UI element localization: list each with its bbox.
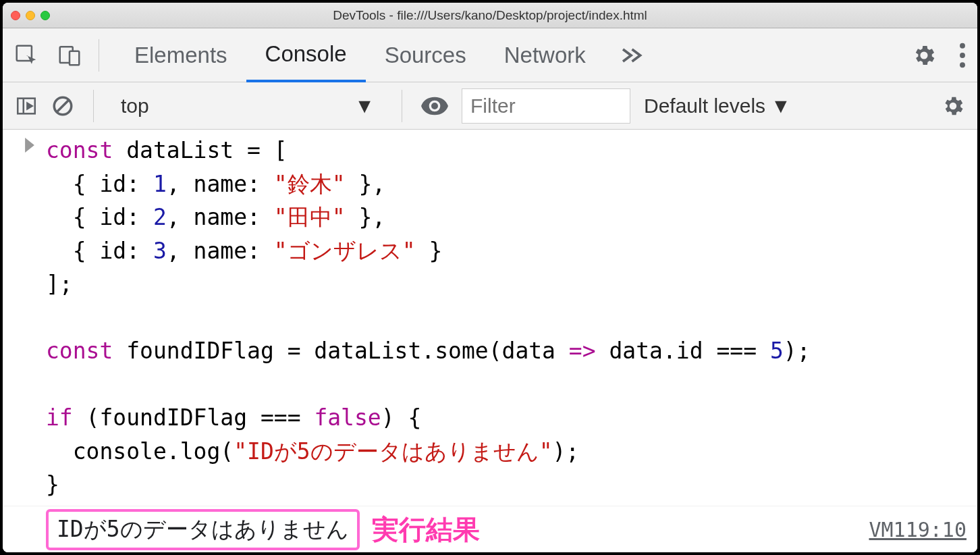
context-value: top [121,95,149,117]
inspect-element-icon[interactable] [13,43,39,68]
live-expression-icon[interactable] [421,97,448,115]
output-highlight-box: IDが5のデータはありません [46,509,360,550]
titlebar: DevTools - file:///Users/kano/Desktop/pr… [3,3,977,28]
svg-point-5 [960,62,965,68]
input-chevron-icon [13,134,46,153]
svg-rect-2 [70,51,79,65]
tab-sources[interactable]: Sources [366,28,485,82]
log-levels-selector[interactable]: Default levels ▼ [644,95,791,117]
device-toggle-icon[interactable] [57,43,82,68]
svg-point-3 [960,43,965,48]
window-title: DevTools - file:///Users/kano/Desktop/pr… [333,8,647,23]
settings-icon[interactable] [911,43,937,68]
maximize-window-button[interactable] [40,11,50,20]
separator [93,90,94,122]
code-content[interactable]: const dataList = [ { id: 1, name: "鈴木" }… [46,134,967,502]
tab-network[interactable]: Network [485,28,605,82]
more-tabs-icon[interactable] [618,47,644,63]
output-annotation: 実行結果 [372,511,480,548]
dropdown-icon: ▼ [354,95,375,117]
tab-console[interactable]: Console [246,28,366,82]
svg-point-4 [960,53,965,58]
separator [99,39,99,72]
console-body: const dataList = [ { id: 1, name: "鈴木" }… [3,130,977,552]
separator [402,90,402,122]
traffic-lights [11,11,50,20]
levels-label: Default levels [644,95,765,117]
tab-elements[interactable]: Elements [115,28,246,82]
console-log-output: IDが5のデータはありません 実行結果 VM119:10 [3,506,977,553]
console-input-block: const dataList = [ { id: 1, name: "鈴木" }… [3,130,977,506]
tabbar: Elements Console Sources Network [3,28,977,82]
console-settings-icon[interactable] [941,94,965,118]
sidebar-toggle-icon[interactable] [15,95,38,117]
clear-console-icon[interactable] [51,95,74,117]
console-toolbar: top ▼ Default levels ▼ [3,82,977,130]
filter-input[interactable] [462,88,630,124]
dropdown-icon: ▼ [771,95,791,117]
svg-line-9 [57,100,69,111]
close-window-button[interactable] [11,11,20,20]
source-link[interactable]: VM119:10 [869,518,967,541]
minimize-window-button[interactable] [26,11,35,20]
devtools-window: DevTools - file:///Users/kano/Desktop/pr… [3,3,977,552]
kebab-menu-icon[interactable] [958,43,967,68]
context-selector[interactable]: top ▼ [113,90,383,122]
